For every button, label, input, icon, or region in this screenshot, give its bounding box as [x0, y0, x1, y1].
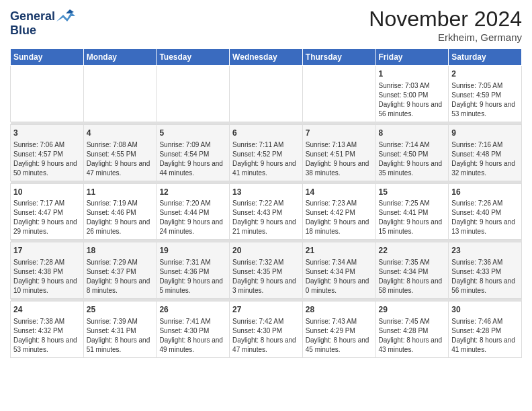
calendar-cell: 12Sunrise: 7:20 AMSunset: 4:44 PMDayligh…: [157, 183, 230, 240]
day-info: Daylight: 9 hours and 38 minutes.: [306, 159, 373, 178]
day-info: Daylight: 9 hours and 24 minutes.: [159, 218, 226, 236]
day-info: Sunrise: 7:13 AM: [306, 140, 373, 150]
day-info: Sunrise: 7:46 AM: [451, 317, 519, 326]
col-tuesday: Tuesday: [157, 49, 230, 66]
col-monday: Monday: [83, 49, 157, 66]
calendar-cell: 21Sunrise: 7:34 AMSunset: 4:34 PMDayligh…: [302, 242, 375, 299]
day-info: Sunrise: 7:09 AM: [159, 140, 226, 150]
day-info: Sunset: 4:43 PM: [232, 208, 300, 218]
day-info: Sunrise: 7:08 AM: [87, 140, 154, 150]
day-number: 13: [232, 187, 300, 198]
day-info: Sunrise: 7:32 AM: [232, 258, 300, 267]
day-info: Sunset: 4:55 PM: [87, 150, 154, 159]
day-number: 17: [13, 245, 81, 257]
day-info: Daylight: 9 hours and 21 minutes.: [232, 218, 300, 236]
calendar-cell: 10Sunrise: 7:17 AMSunset: 4:47 PMDayligh…: [11, 183, 84, 240]
day-number: 26: [159, 304, 226, 316]
day-info: Sunset: 4:40 PM: [451, 208, 519, 218]
day-number: 3: [13, 128, 81, 139]
day-number: 20: [232, 245, 300, 257]
calendar-cell: 30Sunrise: 7:46 AMSunset: 4:28 PMDayligh…: [449, 302, 522, 358]
day-info: Sunrise: 7:45 AM: [379, 317, 446, 326]
week-row-3: 10Sunrise: 7:17 AMSunset: 4:47 PMDayligh…: [11, 183, 522, 240]
day-info: Daylight: 9 hours and 5 minutes.: [159, 277, 226, 295]
day-info: Sunrise: 7:17 AM: [13, 199, 81, 208]
day-info: Sunrise: 7:43 AM: [306, 317, 373, 326]
day-info: Sunset: 4:30 PM: [159, 326, 226, 336]
calendar-cell: 19Sunrise: 7:31 AMSunset: 4:36 PMDayligh…: [157, 242, 230, 299]
day-number: 9: [451, 128, 519, 139]
day-info: Sunrise: 7:29 AM: [87, 258, 154, 267]
day-info: Sunset: 4:30 PM: [232, 326, 300, 336]
day-number: 23: [451, 245, 519, 257]
day-info: Daylight: 9 hours and 15 minutes.: [379, 218, 446, 236]
day-info: Sunrise: 7:23 AM: [306, 199, 373, 208]
day-info: Sunrise: 7:41 AM: [159, 317, 226, 326]
day-number: 16: [451, 187, 519, 198]
day-info: Daylight: 9 hours and 41 minutes.: [232, 159, 300, 178]
day-info: Sunset: 4:57 PM: [13, 150, 81, 159]
day-info: Sunrise: 7:16 AM: [451, 140, 519, 150]
calendar-cell: 14Sunrise: 7:23 AMSunset: 4:42 PMDayligh…: [302, 183, 375, 240]
day-info: Sunset: 4:28 PM: [379, 326, 446, 336]
calendar-cell: [157, 66, 230, 122]
day-info: Sunset: 4:28 PM: [451, 326, 519, 336]
day-info: Sunset: 4:31 PM: [87, 326, 154, 336]
day-info: Daylight: 9 hours and 0 minutes.: [306, 277, 373, 295]
day-info: Daylight: 9 hours and 35 minutes.: [379, 159, 446, 178]
day-info: Daylight: 9 hours and 26 minutes.: [87, 218, 154, 236]
calendar-cell: 20Sunrise: 7:32 AMSunset: 4:35 PMDayligh…: [230, 242, 303, 299]
col-friday: Friday: [375, 49, 449, 66]
header: General Blue November 2024 Erkheim, Germ…: [10, 7, 522, 43]
day-info: Daylight: 9 hours and 13 minutes.: [451, 218, 519, 236]
calendar-cell: 11Sunrise: 7:19 AMSunset: 4:46 PMDayligh…: [83, 183, 157, 240]
calendar-cell: 1Sunrise: 7:03 AMSunset: 5:00 PMDaylight…: [375, 66, 449, 122]
day-info: Sunset: 4:41 PM: [379, 208, 446, 218]
day-info: Sunrise: 7:20 AM: [159, 199, 226, 208]
day-info: Daylight: 9 hours and 44 minutes.: [159, 159, 226, 178]
day-number: 14: [306, 187, 373, 198]
day-info: Sunrise: 7:42 AM: [232, 317, 300, 326]
day-info: Sunset: 4:33 PM: [451, 267, 519, 277]
calendar-table: Sunday Monday Tuesday Wednesday Thursday…: [10, 48, 522, 358]
day-info: Sunrise: 7:34 AM: [306, 258, 373, 267]
day-info: Sunset: 4:59 PM: [451, 91, 519, 100]
calendar-cell: 7Sunrise: 7:13 AMSunset: 4:51 PMDaylight…: [302, 124, 375, 181]
day-info: Sunrise: 7:11 AM: [232, 140, 300, 150]
calendar-cell: 13Sunrise: 7:22 AMSunset: 4:43 PMDayligh…: [230, 183, 303, 240]
day-number: 12: [159, 187, 226, 198]
day-info: Sunrise: 7:39 AM: [87, 317, 154, 326]
calendar-cell: 16Sunrise: 7:26 AMSunset: 4:40 PMDayligh…: [449, 183, 522, 240]
logo: General Blue: [10, 9, 75, 38]
day-info: Daylight: 8 hours and 49 minutes.: [159, 336, 226, 355]
page-subtitle: Erkheim, Germany: [369, 32, 522, 43]
day-info: Sunset: 4:46 PM: [87, 208, 154, 218]
col-saturday: Saturday: [449, 49, 522, 66]
day-info: Sunset: 4:52 PM: [232, 150, 300, 159]
day-info: Sunset: 4:51 PM: [306, 150, 373, 159]
day-info: Sunrise: 7:36 AM: [451, 258, 519, 267]
day-info: Sunset: 4:47 PM: [13, 208, 81, 218]
calendar-cell: [83, 66, 157, 122]
day-info: Daylight: 8 hours and 58 minutes.: [379, 277, 446, 295]
calendar-cell: 29Sunrise: 7:45 AMSunset: 4:28 PMDayligh…: [375, 302, 449, 358]
day-info: Sunset: 4:44 PM: [159, 208, 226, 218]
day-info: Daylight: 8 hours and 51 minutes.: [87, 336, 154, 355]
day-number: 15: [379, 187, 446, 198]
day-info: Daylight: 8 hours and 45 minutes.: [306, 336, 373, 355]
calendar-cell: 27Sunrise: 7:42 AMSunset: 4:30 PMDayligh…: [230, 302, 303, 358]
week-row-1: 1Sunrise: 7:03 AMSunset: 5:00 PMDaylight…: [11, 66, 522, 122]
day-info: Daylight: 9 hours and 3 minutes.: [232, 277, 300, 295]
day-info: Sunrise: 7:28 AM: [13, 258, 81, 267]
day-number: 22: [379, 245, 446, 257]
day-number: 29: [379, 304, 446, 316]
calendar-cell: 5Sunrise: 7:09 AMSunset: 4:54 PMDaylight…: [157, 124, 230, 181]
calendar-cell: 8Sunrise: 7:14 AMSunset: 4:50 PMDaylight…: [375, 124, 449, 181]
calendar-cell: [230, 66, 303, 122]
day-info: Sunrise: 7:06 AM: [13, 140, 81, 150]
day-number: 8: [379, 128, 446, 139]
day-info: Sunrise: 7:03 AM: [379, 81, 446, 91]
logo-bird-icon: [56, 9, 75, 24]
day-info: Sunset: 4:38 PM: [13, 267, 81, 277]
calendar-cell: 15Sunrise: 7:25 AMSunset: 4:41 PMDayligh…: [375, 183, 449, 240]
